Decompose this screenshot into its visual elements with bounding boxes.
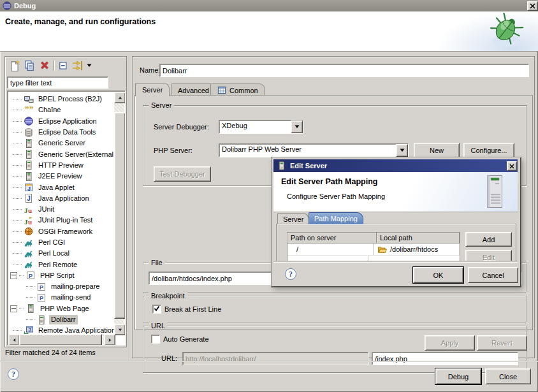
dropdown-arrow-icon (400, 149, 405, 152)
url-base-box (182, 352, 368, 365)
collapse-all-icon[interactable] (58, 60, 69, 71)
collapse-expander-icon[interactable] (10, 305, 17, 312)
tab-advanced[interactable]: Advanced (171, 83, 216, 96)
add-button[interactable]: Add (465, 232, 512, 247)
filter-input[interactable] (8, 77, 108, 88)
tree-item-eclipse-data-tools[interactable]: Eclipse Data Tools (8, 127, 114, 138)
close-button[interactable]: Close (485, 368, 531, 384)
tree-hscrollbar[interactable] (8, 334, 114, 344)
debug-configurations-window: Debug Create, manage, and run configurat… (0, 0, 538, 392)
break-first-line-label: Break at First Line (164, 305, 221, 313)
hscroll-thumb[interactable] (19, 334, 102, 345)
svg-text:J: J (29, 328, 31, 332)
close-icon (509, 164, 514, 169)
tree-item-perl-local[interactable]: Perl Local (8, 248, 114, 259)
filter-box (7, 76, 108, 89)
php-server-combo[interactable]: Dolibarr PHP Web Server (219, 143, 409, 157)
tab-server[interactable]: Server (135, 83, 170, 96)
tree-item-perl-cgi[interactable]: Perl CGI (8, 237, 114, 248)
php-icon: P (36, 282, 47, 292)
server-debugger-label: Server Debugger: (154, 123, 209, 131)
config-tree: BPEL Process (B2J)””ChaîneEclipse Applic… (7, 91, 126, 345)
revert-button[interactable]: Revert (477, 335, 527, 351)
cancel-button[interactable]: Cancel (468, 267, 518, 283)
ok-button[interactable]: OK (413, 267, 463, 283)
tree-item-perl-remote[interactable]: Perl Remote (8, 259, 114, 270)
tree-item-generic-server[interactable]: Generic Server (8, 138, 114, 149)
configure-button[interactable]: Configure... (463, 143, 514, 158)
tree-item-generic-server-external-la[interactable]: Generic Server(External La (8, 149, 114, 159)
java-app-icon: J (24, 193, 34, 203)
url-base-input[interactable] (183, 352, 368, 365)
debug-button[interactable]: Debug (435, 368, 481, 384)
apply-button[interactable]: Apply (425, 335, 475, 351)
test-debugger-button[interactable]: Test Debugger (154, 166, 211, 182)
scroll-down-button[interactable] (114, 324, 126, 335)
combo-dropdown-button[interactable] (291, 120, 303, 133)
window-close-button[interactable] (527, 1, 538, 11)
svg-text:P: P (40, 284, 43, 290)
filter-menu-arrow-icon[interactable] (87, 64, 92, 68)
tree-item-bpel-process-b2j[interactable]: BPEL Process (B2J) (8, 94, 114, 105)
column-header-path-on-server[interactable]: Path on server (287, 233, 377, 243)
server-small-icon (277, 161, 286, 171)
tree-item-junit[interactable]: JuJUnit (8, 204, 114, 215)
new-server-button[interactable]: New (414, 143, 460, 158)
dialog-close-button[interactable] (507, 161, 517, 171)
tree-item-junit-plug-in-test[interactable]: JuJUnit Plug-in Test (8, 215, 114, 226)
tree-item-dolibarr[interactable]: Dolibarr (8, 314, 114, 325)
tree-item-java-applet[interactable]: JJava Applet (8, 182, 114, 192)
svg-text:P: P (40, 295, 43, 301)
dialog-tab-content: Path on server Local path / /dolibarr/ht… (276, 224, 516, 263)
java-applet-icon: J (24, 182, 34, 192)
scroll-left-button[interactable] (8, 334, 20, 345)
scroll-down-icon (118, 328, 122, 332)
tree-item-php-web-page[interactable]: PHP Web Page (8, 303, 114, 314)
vscroll-thumb[interactable] (114, 112, 126, 319)
column-header-local-path[interactable]: Local path (377, 233, 460, 243)
tree-item-cha-ne[interactable]: ””Chaîne (8, 105, 114, 115)
scroll-up-icon (118, 96, 122, 100)
left-panel: BPEL Process (B2J)””ChaîneEclipse Applic… (4, 56, 127, 347)
tree-item-java-application[interactable]: JJava Application (8, 193, 114, 204)
banner: Create, manage, and run configurations (0, 11, 538, 52)
break-first-line-checkbox[interactable] (152, 305, 161, 314)
dialog-help-icon[interactable]: ? (285, 268, 296, 280)
tree-vscrollbar[interactable] (114, 92, 124, 334)
table-row[interactable]: / /dolibarr/htdocs (287, 243, 460, 256)
server-debugger-combo[interactable]: XDebug (219, 120, 303, 134)
tree-item-http-preview[interactable]: HTTP Preview (8, 160, 114, 171)
server-tower-icon (485, 175, 504, 209)
name-label: Name: (140, 66, 160, 74)
table-icon (217, 86, 226, 94)
delete-icon[interactable] (39, 60, 50, 71)
help-icon[interactable]: ? (8, 368, 19, 380)
name-input[interactable] (160, 64, 528, 76)
url-path-input[interactable] (372, 352, 518, 365)
edit-server-dialog: Edit Server Edit Server Path Mapping Con… (272, 157, 521, 287)
tree-item-mailing-send[interactable]: Pmailing-send (8, 292, 114, 303)
tab-common[interactable]: Common (210, 83, 265, 96)
bpel-process-icon (24, 94, 34, 105)
combo-dropdown-button[interactable] (396, 144, 408, 157)
auto-generate-checkbox[interactable] (151, 335, 160, 344)
filter-icon[interactable] (72, 60, 85, 71)
collapse-expander-icon[interactable] (10, 272, 17, 279)
scroll-up-button[interactable] (114, 92, 126, 103)
scroll-right-icon (108, 338, 112, 342)
tree-item-osgi-framework[interactable]: OSGi Framework (8, 226, 114, 237)
php-icon: P (36, 293, 47, 303)
eclipse-logo-icon (3, 1, 11, 10)
new-config-icon[interactable] (9, 60, 20, 71)
tree-item-mailing-prepare[interactable]: Pmailing-prepare (8, 281, 114, 292)
tree-item-eclipse-application[interactable]: Eclipse Application (8, 116, 114, 127)
php-server-label: PHP Server: (154, 147, 193, 154)
scroll-right-button[interactable] (104, 334, 115, 345)
tree-item-php-script[interactable]: PPHP Script (8, 270, 114, 281)
camel-icon (24, 259, 34, 270)
duplicate-icon[interactable] (24, 60, 35, 71)
name-field-box (159, 64, 529, 77)
dialog-tab-path-mapping[interactable]: Path Mapping (309, 212, 363, 224)
dialog-heading: Edit Server Path Mapping (281, 177, 377, 186)
tree-item-j2ee-preview[interactable]: J2EE Preview (8, 171, 114, 182)
